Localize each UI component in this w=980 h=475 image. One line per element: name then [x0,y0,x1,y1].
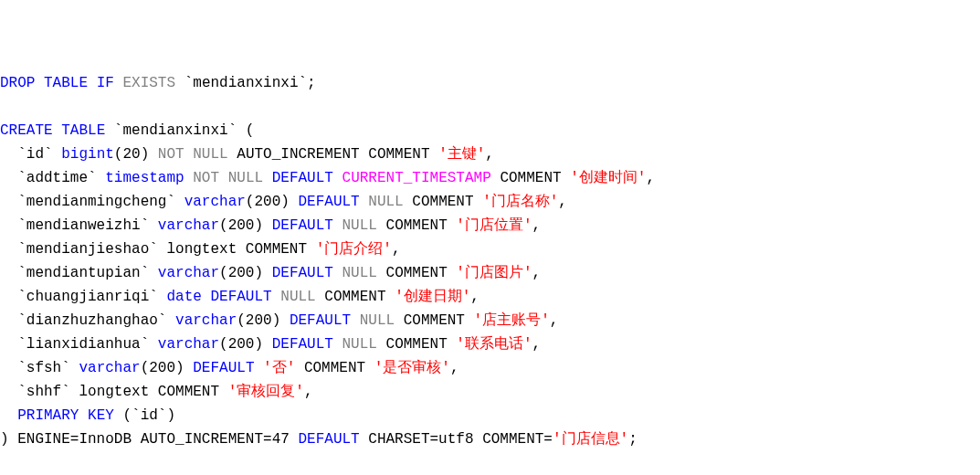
kw-current-timestamp: CURRENT_TIMESTAMP [342,170,491,186]
str-pk: '主键' [438,146,485,163]
field-lianxidianhua: `lianxidianhua` [0,336,149,353]
kw-null: NULL [368,194,403,210]
field-dianzhuzhanghao: `dianzhuzhanghao` [0,312,166,329]
str-audit: '是否审核' [374,360,450,376]
field-chuangjianriqi: `chuangjianriqi` [0,289,158,305]
type-timestamp: timestamp [105,170,184,186]
kw-if: IF [97,75,114,91]
kw-comment: COMMENT [368,146,429,163]
kw-default: DEFAULT [290,312,351,329]
str-auditreply: '审核回复' [228,384,304,400]
kw-comment: COMMENT [404,312,465,329]
kw-null: NULL [342,217,377,234]
field-sfsh: `sfsh` [0,360,70,376]
type-varchar: varchar [79,360,140,376]
comma: , [470,289,479,305]
comma: , [304,384,313,400]
kw-default: DEFAULT [272,336,333,353]
size: (200) [219,217,263,234]
str-tablecomment: '门店信息' [553,431,628,448]
kw-comment: COMMENT [324,289,385,305]
comma: , [646,170,655,186]
kw-null: NULL [193,146,227,163]
kw-comment: COMMENT [246,241,307,258]
size: (200) [141,360,184,376]
kw-comment: COMMENT [386,336,448,353]
kw-key: KEY [88,407,114,424]
field-mendiantupian: `mendiantupian` [0,265,149,281]
comma: , [450,360,459,376]
semicolon: ; [628,431,638,448]
field-mendianmingcheng: `mendianmingcheng` [0,194,175,210]
table-name-open: `mendianxinxi` ( [114,122,255,139]
pk-id: (`id`) [122,407,175,424]
size: (20) [114,146,149,163]
comma: , [532,336,542,353]
str-image: '门店图片' [456,265,532,281]
kw-not: NOT [193,170,219,186]
kw-drop: DROP [0,75,35,91]
kw-null: NULL [342,336,377,353]
kw-null: NULL [342,265,377,281]
kw-table: TABLE [61,122,105,139]
kw-comment: COMMENT [412,194,473,210]
kw-default: DEFAULT [210,289,271,305]
kw-default: DEFAULT [272,265,333,281]
kw-comment: COMMENT [500,170,561,186]
kw-null: NULL [228,170,263,186]
str-location: '门店位置' [456,217,532,234]
table-name: `mendianxinxi`; [184,75,316,91]
kw-comment: COMMENT= [482,431,553,448]
kw-comment: COMMENT [304,360,365,376]
field-shhf: `shhf` [0,384,70,400]
size: (200) [219,265,263,281]
kw-comment: COMMENT [158,384,219,400]
size: (200) [219,336,263,353]
type-varchar: varchar [158,336,219,353]
str-intro: '门店介绍' [316,241,392,258]
type-varchar: varchar [175,312,237,329]
kw-null: NULL [280,289,315,305]
str-createtime: '创建时间' [570,170,646,186]
type-longtext: longtext [79,384,149,400]
field-mendianweizhi: `mendianweizhi` [0,217,149,234]
comma: , [532,217,542,234]
kw-autoincrement: AUTO_INCREMENT [237,146,359,163]
sql-code-block[interactable]: DROP TABLE IF EXISTS `mendianxinxi`; CRE… [0,71,980,475]
type-varchar: varchar [184,194,246,210]
comma: , [485,146,494,163]
charset: CHARSET=utf8 [368,431,473,448]
kw-default: DEFAULT [298,431,359,448]
str-shopname: '门店名称' [482,194,558,210]
comma: , [392,241,401,258]
kw-create: CREATE [0,122,53,139]
kw-default: DEFAULT [272,170,333,186]
field-mendianjieshao: `mendianjieshao` [0,241,158,258]
kw-table: TABLE [44,75,88,91]
close-engine: ) ENGINE=InnoDB AUTO_INCREMENT=47 [0,431,290,448]
str-phone: '联系电话' [456,336,532,353]
kw-default: DEFAULT [272,217,333,234]
type-longtext: longtext [166,241,237,258]
kw-comment: COMMENT [386,217,448,234]
kw-exists: EXISTS [122,75,175,91]
kw-comment: COMMENT [386,265,448,281]
type-varchar: varchar [158,217,219,234]
str-no: '否' [263,360,295,376]
size: (200) [246,194,290,210]
comma: , [532,265,542,281]
str-createdate: '创建日期' [395,289,470,305]
field-addtime: `addtime` [0,170,97,186]
kw-default: DEFAULT [193,360,254,376]
kw-primary: PRIMARY [0,407,79,424]
size: (200) [237,312,280,329]
field-id: `id` [0,146,53,163]
str-owneraccount: '店主账号' [474,312,550,329]
type-bigint: bigint [61,146,114,163]
type-date: date [166,289,201,305]
kw-not: NOT [158,146,184,163]
kw-default: DEFAULT [298,194,359,210]
comma: , [558,194,567,210]
type-varchar: varchar [158,265,219,281]
comma: , [550,312,559,329]
